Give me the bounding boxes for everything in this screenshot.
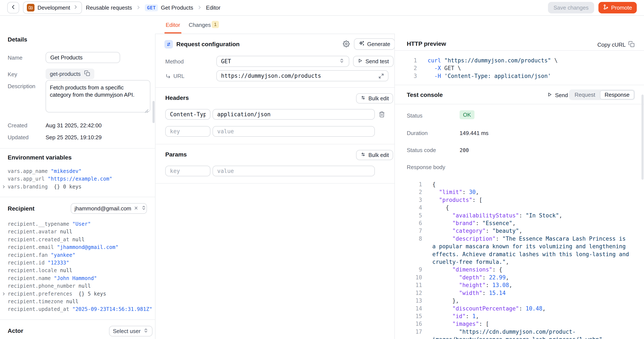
save-changes-button[interactable]: Save changes: [548, 2, 594, 14]
response-code-line: 8 "description": "The Essence Mascara La…: [403, 235, 636, 266]
resize-handle-icon[interactable]: [144, 107, 149, 115]
status-code-label: Status code: [407, 147, 436, 154]
response-code-line: 9 "dimensions": {: [403, 266, 636, 274]
actor-select[interactable]: Select user: [109, 326, 152, 336]
recipient-property-row: recipient.updated_at "2025-09-23T14:56:3…: [0, 305, 155, 313]
folder-icon: [27, 4, 34, 12]
recipient-property-row: recipient.email "jhammond@gmail.com": [0, 244, 155, 251]
env-var-row[interactable]: vars.branding {} 0 keys: [0, 183, 155, 190]
promote-button[interactable]: Promote: [598, 2, 637, 14]
recipient-property-row: recipient.timezone null: [0, 298, 155, 305]
curl-preview-code[interactable]: 1curl "https://dummyjson.com/products" \…: [403, 57, 638, 80]
environment-name: Development: [38, 4, 70, 11]
request-response-toggle: Request Response: [569, 90, 635, 100]
recipient-property-row: recipient.name "John Hammond": [0, 274, 155, 282]
recipient-browser[interactable]: recipient.__typename "User"recipient.ava…: [0, 220, 155, 313]
chevron-left-icon: [10, 4, 16, 12]
response-code-line: 6 "brand": "Essence",: [403, 219, 636, 227]
param-value-input[interactable]: [212, 166, 375, 176]
copy-curl-button[interactable]: Copy cURL: [597, 41, 635, 49]
duration-label: Duration: [407, 130, 428, 136]
response-code-line: 14 "discountPercentage": 10.48,: [403, 305, 636, 312]
recipient-property-row: recipient.phone_number null: [0, 282, 155, 290]
changes-count-badge: 1: [212, 21, 219, 28]
env-vars-title: Environment variables: [8, 154, 72, 161]
header-key-input[interactable]: [165, 109, 210, 120]
name-input[interactable]: [46, 52, 120, 63]
response-body-label: Response body: [407, 164, 445, 170]
method-label: Method: [165, 58, 184, 65]
breadcrumb-request[interactable]: Get Products: [161, 4, 193, 11]
recipient-property-row[interactable]: recipient.preferences {} 5 keys: [0, 290, 155, 298]
env-var-row: vars.app_name "mikesdev": [0, 167, 155, 175]
headers-title: Headers: [165, 94, 189, 101]
clear-icon[interactable]: [134, 205, 138, 212]
copy-icon[interactable]: [84, 70, 90, 78]
chevron-updown-icon: [141, 205, 146, 212]
swap-arrows-icon: [164, 40, 173, 48]
expand-icon[interactable]: [378, 73, 384, 81]
bulk-edit-icon: [360, 152, 366, 158]
response-code-line: 5 "availabilityStatus": "In Stock",: [403, 212, 636, 219]
updated-value: Sep 25 2025, 19:10:29: [46, 134, 102, 141]
headers-bulk-edit-button[interactable]: Bulk edit: [356, 93, 393, 104]
response-code-line: 1{: [403, 180, 636, 188]
env-vars-browser[interactable]: vars.app_name "mikesdev"vars.app_url "ht…: [0, 167, 155, 190]
params-bulk-edit-button[interactable]: Bulk edit: [356, 150, 393, 160]
curl-code-line: 2 -X GET \: [403, 64, 638, 72]
gear-icon[interactable]: [343, 40, 350, 49]
page-scrollbar[interactable]: [642, 94, 644, 180]
environment-switcher[interactable]: Development: [23, 2, 82, 14]
response-code-line: 2 "limit": 30,: [403, 188, 636, 196]
tab-editor[interactable]: Editor: [166, 22, 180, 28]
param-key-input[interactable]: [165, 166, 210, 176]
sidebar-scrollbar[interactable]: [152, 101, 154, 123]
status-label: Status: [407, 112, 422, 119]
corner-down-right-icon: [165, 73, 171, 81]
tab-changes[interactable]: Changes: [189, 22, 211, 28]
chevron-updown-icon: [143, 328, 149, 335]
response-code-line: 17 "https://cdn.dummyjson.com/product-im…: [403, 328, 636, 339]
response-code-line: 16 "images": [: [403, 320, 636, 328]
editor-tabs: Editor Changes 1: [155, 16, 644, 34]
breadcrumb-page: Editor: [206, 4, 220, 11]
url-input[interactable]: [216, 70, 388, 81]
description-label: Description: [8, 83, 35, 90]
trash-icon[interactable]: [379, 111, 385, 119]
back-button[interactable]: [7, 2, 19, 14]
response-code-line: 11 "height": 13.08,: [403, 281, 636, 289]
breadcrumb-section[interactable]: Reusable requests: [86, 4, 132, 11]
created-label: Created: [8, 122, 28, 129]
method-select[interactable]: GET: [216, 56, 349, 67]
response-code-line: 13 },: [403, 297, 636, 304]
response-code-line: 3 "products": [: [403, 196, 636, 204]
chevron-right-icon: [136, 4, 141, 12]
chevron-right-icon: [73, 4, 78, 11]
recipient-select-value: jhammond@gmail.com: [74, 205, 131, 212]
test-console-title: Test console: [407, 92, 443, 98]
duration-value: 149.441 ms: [460, 130, 488, 136]
request-editor-panel: Request configuration Generate Method GE…: [155, 34, 394, 339]
response-body-code[interactable]: 1{2 "limit": 30,3 "products": [4 {5 "ava…: [403, 180, 636, 339]
top-bar: Development Reusable requests GET Get Pr…: [0, 0, 644, 16]
toggle-response[interactable]: Response: [600, 90, 634, 100]
details-title: Details: [8, 36, 27, 43]
play-icon: [358, 58, 363, 65]
key-label: Key: [8, 71, 17, 78]
description-textarea[interactable]: Fetch products from a specific category …: [46, 80, 150, 112]
recipient-property-row: recipient.__typename "User": [0, 220, 155, 228]
header-value-input[interactable]: [212, 109, 375, 120]
header-value-input-empty[interactable]: [212, 126, 375, 137]
send-test-button[interactable]: Send test: [353, 56, 394, 67]
response-code-line: 15 "id": 1,: [403, 312, 636, 320]
preview-panel: HTTP preview Copy cURL 1curl "https://du…: [394, 34, 644, 339]
recipient-title: Recipient: [8, 205, 34, 212]
generate-button[interactable]: Generate: [354, 38, 395, 50]
response-code-line: 10 "depth": 22.99,: [403, 274, 636, 281]
request-config-title: Request configuration: [176, 41, 240, 48]
updated-label: Updated: [8, 134, 28, 141]
recipient-select[interactable]: jhammond@gmail.com: [71, 203, 147, 214]
response-code-line: 12 "width": 15.14: [403, 289, 636, 297]
toggle-request[interactable]: Request: [570, 92, 600, 98]
header-key-input-empty[interactable]: [165, 126, 210, 137]
